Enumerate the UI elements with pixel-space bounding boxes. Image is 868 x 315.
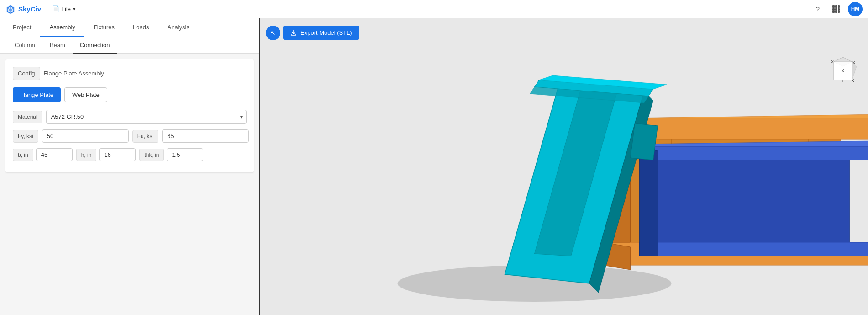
svg-rect-8 (832, 8, 835, 11)
orientation-cube[interactable]: X Z X X (827, 55, 859, 87)
svg-rect-6 (835, 5, 837, 8)
svg-rect-12 (835, 11, 837, 13)
connection-panel: Config Flange Plate Assembly Flange Plat… (5, 59, 254, 172)
fy-label: Fy, ksi (13, 130, 38, 143)
svg-rect-10 (838, 8, 840, 11)
sub-tabs: Column Beam Connection (0, 37, 259, 54)
top-tabs: Project Assembly Fixtures Loads Analysis (0, 18, 259, 37)
main-layout: Project Assembly Fixtures Loads Analysis… (0, 18, 868, 315)
fu-label: Fu, ksi (132, 130, 158, 143)
orientation-cube-svg: X Z X X (827, 55, 859, 87)
dims-row: b, in h, in thk, in (13, 148, 247, 161)
svg-marker-38 (640, 242, 868, 256)
export-icon (290, 30, 297, 36)
b-label: b, in (13, 149, 33, 161)
file-menu-label: File (61, 5, 71, 12)
file-icon: 📄 (52, 5, 59, 12)
apps-button[interactable] (830, 3, 842, 16)
svg-text:X: X (852, 60, 855, 65)
blue-beam (640, 141, 868, 256)
flange-plate-button[interactable]: Flange Plate (13, 87, 61, 102)
fy-input[interactable] (42, 129, 129, 143)
fu-input[interactable] (162, 129, 249, 143)
fy-group: Fy, ksi (13, 129, 129, 143)
svg-rect-5 (832, 5, 835, 8)
left-panel: Project Assembly Fixtures Loads Analysis… (0, 18, 260, 315)
svg-marker-36 (640, 146, 868, 160)
subtab-connection[interactable]: Connection (73, 37, 117, 54)
material-select[interactable]: A572 GR.50 A36 A992 A500 Gr.B (46, 110, 247, 124)
right-panel: ↖ Export Model (STL) X Z X (260, 18, 868, 315)
b-group: b, in (13, 148, 73, 161)
tab-project[interactable]: Project (4, 18, 40, 37)
b-input[interactable] (36, 148, 73, 161)
thk-input[interactable] (167, 148, 203, 161)
svg-text:X: X (842, 69, 844, 73)
logo-text: SkyCiv (18, 5, 41, 13)
fu-group: Fu, ksi (132, 129, 249, 143)
tab-fixtures[interactable]: Fixtures (84, 18, 124, 37)
tab-analysis[interactable]: Analysis (158, 18, 198, 37)
help-icon: ? (816, 5, 820, 13)
export-model-button[interactable]: Export Model (STL) (283, 26, 359, 40)
file-menu[interactable]: 📄 File ▾ (48, 4, 79, 14)
h-input[interactable] (99, 148, 136, 161)
web-plate-button[interactable]: Web Plate (64, 87, 107, 102)
svg-marker-39 (640, 146, 658, 256)
avatar-initials: HM (851, 6, 860, 12)
user-avatar[interactable]: HM (848, 2, 863, 16)
svg-rect-11 (832, 11, 835, 13)
thk-group: thk, in (139, 148, 203, 161)
apps-grid-icon (832, 5, 840, 13)
svg-marker-48 (631, 123, 658, 160)
svg-rect-13 (838, 11, 840, 13)
config-value: Flange Plate Assembly (44, 70, 247, 77)
plate-buttons: Flange Plate Web Plate (13, 87, 247, 102)
subtab-beam[interactable]: Beam (42, 37, 73, 54)
svg-rect-7 (838, 5, 840, 8)
material-row: Material A572 GR.50 A36 A992 A500 Gr.B ▾ (13, 110, 247, 124)
export-label: Export Model (STL) (300, 29, 352, 36)
material-select-wrapper: A572 GR.50 A36 A992 A500 Gr.B ▾ (46, 110, 247, 124)
nav-right: ? HM (811, 2, 863, 16)
material-label: Material (13, 111, 42, 123)
config-label: Config (13, 67, 40, 80)
cursor-icon: ↖ (270, 29, 276, 37)
svg-rect-9 (835, 8, 837, 11)
skyciv-logo-icon (5, 4, 16, 14)
svg-marker-37 (658, 160, 850, 242)
thk-label: thk, in (139, 149, 164, 161)
svg-text:X: X (831, 59, 834, 64)
h-group: h, in (76, 148, 136, 161)
tab-assembly[interactable]: Assembly (40, 18, 84, 37)
connection-plate (631, 123, 658, 160)
cursor-tool-button[interactable]: ↖ (266, 26, 280, 40)
help-button[interactable]: ? (811, 3, 824, 16)
logo[interactable]: SkyCiv (5, 4, 41, 14)
h-label: h, in (76, 149, 97, 161)
fy-fu-row: Fy, ksi Fu, ksi (13, 129, 247, 143)
top-nav: SkyCiv 📄 File ▾ ? HM (0, 0, 868, 18)
subtab-column[interactable]: Column (7, 37, 42, 54)
config-row: Config Flange Plate Assembly (13, 67, 247, 80)
tab-loads[interactable]: Loads (124, 18, 158, 37)
3d-scene (260, 18, 868, 315)
file-dropdown-icon: ▾ (73, 5, 76, 12)
